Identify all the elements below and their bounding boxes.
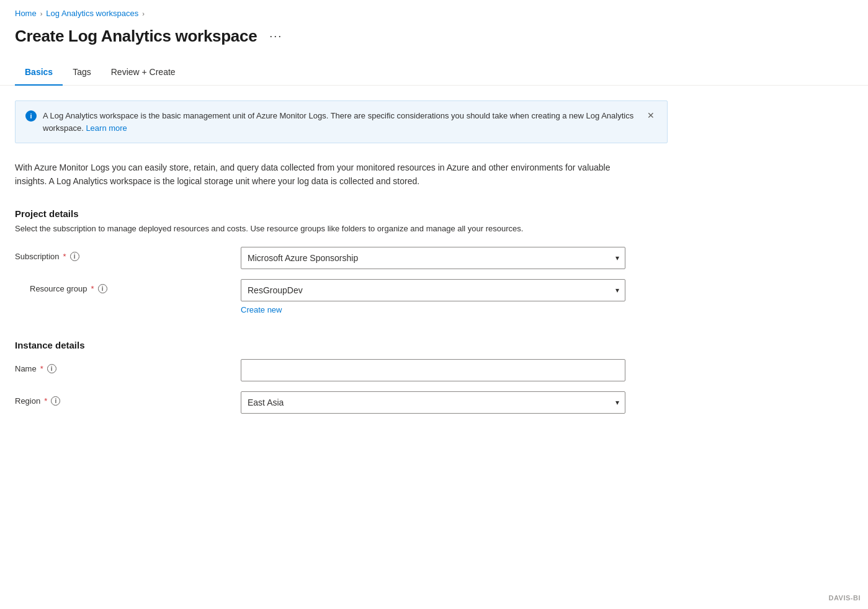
- resource-group-control-col: ResGroupDev ▾ Create new: [241, 279, 625, 314]
- subscription-select[interactable]: Microsoft Azure Sponsorship: [241, 247, 625, 269]
- page-title: Create Log Analytics workspace: [15, 27, 257, 46]
- name-label-col: Name * i: [15, 359, 226, 373]
- learn-more-link[interactable]: Learn more: [86, 123, 127, 133]
- resource-group-info-icon[interactable]: i: [98, 284, 107, 293]
- region-select[interactable]: East Asia: [241, 391, 625, 414]
- breadcrumb: Home › Log Analytics workspaces ›: [0, 0, 868, 24]
- region-required: *: [44, 396, 47, 406]
- breadcrumb-home[interactable]: Home: [15, 9, 37, 18]
- info-icon: i: [25, 110, 37, 122]
- breadcrumb-sep-1: ›: [40, 10, 43, 17]
- close-banner-button[interactable]: ✕: [645, 110, 657, 121]
- region-control-col: East Asia ▾: [241, 391, 625, 414]
- resource-group-select-wrapper: ResGroupDev ▾: [241, 279, 625, 301]
- info-text: A Log Analytics workspace is the basic m…: [43, 110, 638, 134]
- subscription-required: *: [63, 252, 66, 261]
- ellipsis-button[interactable]: ···: [264, 27, 287, 45]
- subscription-row: Subscription * i Microsoft Azure Sponsor…: [15, 247, 668, 269]
- name-control-col: [241, 359, 625, 381]
- resource-group-select[interactable]: ResGroupDev: [241, 279, 625, 301]
- subscription-info-icon[interactable]: i: [70, 252, 79, 261]
- instance-details-section: Instance details Name * i Region * i: [15, 340, 668, 414]
- name-label: Name: [15, 364, 37, 373]
- tab-review-create[interactable]: Review + Create: [101, 61, 186, 86]
- subscription-select-wrapper: Microsoft Azure Sponsorship ▾: [241, 247, 625, 269]
- breadcrumb-workspaces[interactable]: Log Analytics workspaces: [46, 9, 138, 18]
- name-input[interactable]: [241, 359, 625, 381]
- name-row: Name * i: [15, 359, 668, 381]
- subscription-label-col: Subscription * i: [15, 247, 226, 261]
- resource-group-label: Resource group: [30, 284, 87, 293]
- section-divider: [15, 327, 668, 327]
- instance-details-title: Instance details: [15, 340, 668, 350]
- project-details-section: Project details Select the subscription …: [15, 208, 668, 315]
- watermark: DAVIS-BI: [829, 594, 861, 602]
- resource-group-label-col: Resource group * i: [15, 279, 226, 293]
- project-details-description: Select the subscription to manage deploy…: [15, 223, 611, 235]
- region-label: Region: [15, 396, 40, 406]
- subscription-label: Subscription: [15, 252, 60, 261]
- region-info-icon[interactable]: i: [51, 396, 60, 406]
- create-new-link[interactable]: Create new: [241, 305, 282, 314]
- name-required: *: [40, 364, 43, 373]
- tabs-container: Basics Tags Review + Create: [0, 61, 868, 86]
- tab-basics[interactable]: Basics: [15, 61, 63, 86]
- region-row: Region * i East Asia ▾: [15, 391, 668, 414]
- region-label-col: Region * i: [15, 391, 226, 406]
- main-content: i A Log Analytics workspace is the basic…: [0, 86, 682, 448]
- info-banner: i A Log Analytics workspace is the basic…: [15, 100, 668, 143]
- project-details-title: Project details: [15, 208, 668, 219]
- info-banner-text: A Log Analytics workspace is the basic m…: [43, 111, 633, 133]
- region-select-wrapper: East Asia ▾: [241, 391, 625, 414]
- breadcrumb-sep-2: ›: [142, 10, 145, 17]
- description-text: With Azure Monitor Logs you can easily s…: [15, 161, 623, 189]
- subscription-control-col: Microsoft Azure Sponsorship ▾: [241, 247, 625, 269]
- page-header: Create Log Analytics workspace ···: [0, 24, 868, 61]
- name-info-icon[interactable]: i: [47, 364, 56, 373]
- tab-tags[interactable]: Tags: [63, 61, 101, 86]
- resource-group-required: *: [91, 284, 94, 293]
- resource-group-row: Resource group * i ResGroupDev ▾ Create …: [15, 279, 668, 314]
